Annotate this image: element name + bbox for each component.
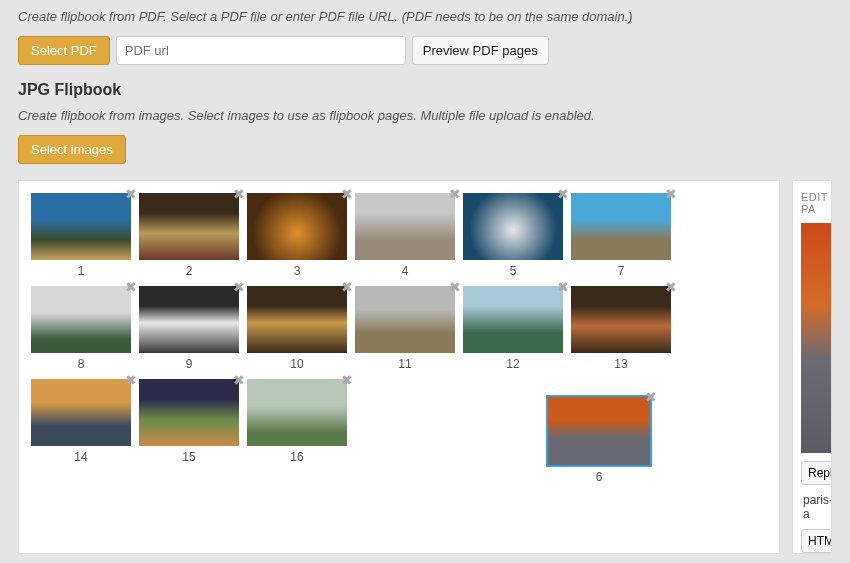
close-icon[interactable]: ✖	[341, 373, 353, 387]
thumbnail-number: 12	[463, 357, 563, 371]
edit-page-panel: EDIT PA Repla paris-a HTMI	[792, 180, 832, 554]
edit-panel-title: EDIT PA	[801, 191, 831, 215]
jpg-description: Create flipbook from images. Select imag…	[18, 107, 832, 125]
thumbnail-image[interactable]	[247, 379, 347, 446]
edit-preview-image	[801, 223, 832, 453]
thumbnail-number: 16	[247, 450, 347, 464]
thumbnail-image[interactable]	[463, 286, 563, 353]
thumbnail-image[interactable]	[547, 396, 651, 466]
thumbnail-item[interactable]: ✖7	[571, 193, 671, 278]
thumbnail-image[interactable]	[31, 286, 131, 353]
thumbnail-number: 3	[247, 264, 347, 278]
thumbnail-item[interactable]: ✖5	[463, 193, 563, 278]
select-images-button[interactable]: Select images	[18, 135, 126, 164]
preview-pdf-button[interactable]: Preview PDF pages	[412, 36, 549, 65]
thumbnail-number: 10	[247, 357, 347, 371]
close-icon[interactable]: ✖	[557, 187, 569, 201]
close-icon[interactable]: ✖	[233, 187, 245, 201]
thumbnail-item[interactable]: ✖4	[355, 193, 455, 278]
thumbnail-item[interactable]: ✖16	[247, 379, 347, 464]
thumbnail-number: 15	[139, 450, 239, 464]
thumbnail-number: 5	[463, 264, 563, 278]
filename-text: paris-a	[801, 493, 831, 521]
thumbnail-item[interactable]: ✖10	[247, 286, 347, 371]
image-gallery: ✖1✖2✖3✖4✖5✖7✖8✖9✖10✖11✖12✖13✖14✖15✖16 ✖ …	[18, 180, 780, 554]
thumbnail-number: 9	[139, 357, 239, 371]
thumbnail-image[interactable]	[247, 193, 347, 260]
thumbnail-item[interactable]: ✖14	[31, 379, 131, 464]
close-icon[interactable]: ✖	[125, 373, 137, 387]
close-icon[interactable]: ✖	[233, 373, 245, 387]
close-icon[interactable]: ✖	[341, 280, 353, 294]
thumbnail-item[interactable]: ✖3	[247, 193, 347, 278]
thumbnail-image[interactable]	[463, 193, 563, 260]
select-pdf-button[interactable]: Select PDF	[18, 36, 110, 65]
html-button[interactable]: HTMI	[801, 529, 832, 553]
thumbnail-image[interactable]	[247, 286, 347, 353]
close-icon[interactable]: ✖	[449, 187, 461, 201]
thumbnail-image[interactable]	[355, 193, 455, 260]
thumbnail-item[interactable]: ✖12	[463, 286, 563, 371]
thumbnail-item[interactable]: ✖1	[31, 193, 131, 278]
thumbnail-image[interactable]	[571, 193, 671, 260]
thumbnail-number: 14	[31, 450, 131, 464]
dragged-thumbnail[interactable]: ✖ 6	[547, 396, 651, 484]
close-icon[interactable]: ✖	[665, 187, 677, 201]
thumbnail-image[interactable]	[139, 193, 239, 260]
pdf-description: Create flipbook from PDF. Select a PDF f…	[18, 8, 832, 26]
thumbnail-item[interactable]: ✖11	[355, 286, 455, 371]
thumbnail-image[interactable]	[31, 193, 131, 260]
thumbnail-item[interactable]: ✖9	[139, 286, 239, 371]
pdf-controls-row: Select PDF Preview PDF pages	[18, 36, 832, 65]
close-icon[interactable]: ✖	[125, 280, 137, 294]
close-icon[interactable]: ✖	[233, 280, 245, 294]
thumbnail-image[interactable]	[139, 286, 239, 353]
close-icon[interactable]: ✖	[449, 280, 461, 294]
close-icon[interactable]: ✖	[645, 390, 657, 404]
replace-button[interactable]: Repla	[801, 461, 832, 485]
thumbnail-number: 11	[355, 357, 455, 371]
thumbnail-image[interactable]	[31, 379, 131, 446]
thumbnail-item[interactable]: ✖8	[31, 286, 131, 371]
jpg-heading: JPG Flipbook	[18, 81, 832, 99]
thumbnail-number: 2	[139, 264, 239, 278]
thumbnail-number: 1	[31, 264, 131, 278]
thumbnail-item[interactable]: ✖15	[139, 379, 239, 464]
thumbnail-image[interactable]	[355, 286, 455, 353]
thumbnail-item[interactable]: ✖2	[139, 193, 239, 278]
thumbnail-number: 4	[355, 264, 455, 278]
close-icon[interactable]: ✖	[665, 280, 677, 294]
thumbnail-number: 8	[31, 357, 131, 371]
thumbnail-number: 6	[547, 470, 651, 484]
thumbnail-number: 7	[571, 264, 671, 278]
thumbnail-item[interactable]: ✖13	[571, 286, 671, 371]
close-icon[interactable]: ✖	[557, 280, 569, 294]
thumbnail-number: 13	[571, 357, 671, 371]
thumbnail-image[interactable]	[571, 286, 671, 353]
pdf-url-input[interactable]	[116, 36, 406, 65]
close-icon[interactable]: ✖	[341, 187, 353, 201]
thumbnail-image[interactable]	[139, 379, 239, 446]
close-icon[interactable]: ✖	[125, 187, 137, 201]
